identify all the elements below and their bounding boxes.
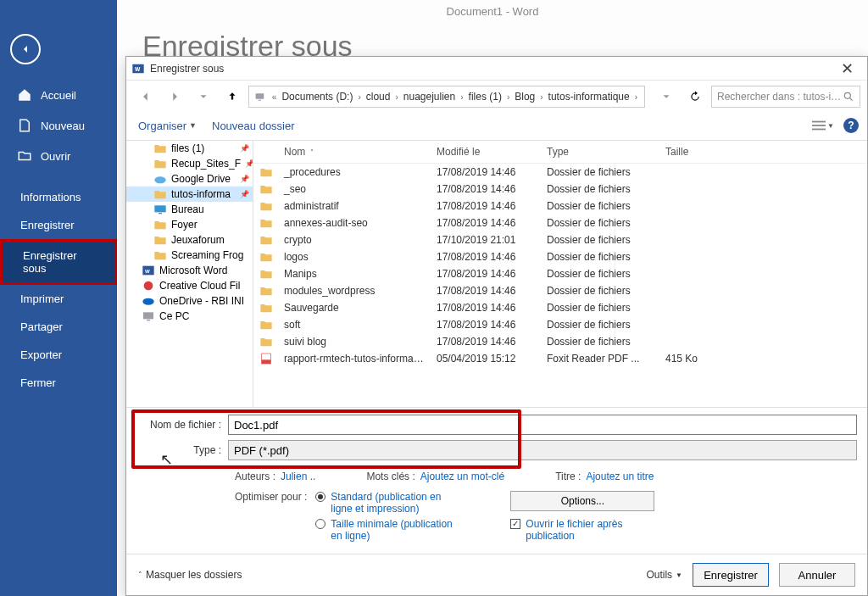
cancel-button[interactable]: Annuler	[779, 563, 855, 587]
authors-value[interactable]: Julien ..	[281, 471, 315, 482]
app-title: Document1 - Word	[142, 5, 843, 18]
svg-rect-10	[159, 213, 162, 214]
breadcrumb-item[interactable]: tutos-informatique	[547, 91, 632, 103]
file-row[interactable]: soft17/08/2019 14:46Dossier de fichiers	[253, 316, 867, 333]
sidebar-label: Accueil	[41, 89, 76, 102]
pin-icon: 📌	[240, 190, 249, 198]
pin-icon: 📌	[245, 159, 253, 168]
sidebar-item-partager[interactable]: Partager	[0, 313, 117, 341]
svg-rect-5	[812, 121, 826, 123]
radio-icon	[315, 519, 326, 529]
file-row[interactable]: Manips17/08/2019 14:46Dossier de fichier…	[253, 265, 867, 282]
file-row[interactable]: rapport-rmtech-tutos-informatique_com...…	[253, 350, 867, 367]
radio-minimal[interactable]: Taille minimale (publication en ligne)	[315, 518, 459, 542]
tree-item[interactable]: Bureau	[126, 202, 253, 217]
nav-back-button[interactable]	[133, 86, 159, 108]
breadcrumb-bar[interactable]: « Documents (D:)› cloud› nuagejulien› fi…	[248, 86, 645, 108]
refresh-button[interactable]	[682, 86, 708, 108]
breadcrumb-item[interactable]: files (1)	[467, 91, 504, 103]
file-row[interactable]: crypto17/10/2019 21:01Dossier de fichier…	[253, 231, 867, 248]
filetype-select[interactable]: PDF (*.pdf)	[228, 440, 857, 460]
svg-rect-3	[259, 100, 261, 101]
title-value[interactable]: Ajoutez un titre	[586, 471, 654, 482]
tree-item[interactable]: Google Drive📌	[126, 171, 253, 187]
tools-dropdown[interactable]: Outils▼	[646, 569, 682, 581]
svg-point-14	[142, 298, 153, 305]
breadcrumb-item[interactable]: Blog	[513, 91, 537, 103]
col-modified[interactable]: Modifié le	[431, 144, 542, 159]
sidebar-label: Nouveau	[41, 120, 85, 132]
svg-text:W: W	[135, 65, 141, 71]
svg-rect-6	[812, 125, 826, 126]
hide-folders-toggle[interactable]: ˄Masquer les dossiers	[138, 569, 242, 581]
col-size[interactable]: Taille	[660, 144, 745, 159]
tree-item[interactable]: Creative Cloud Fil	[126, 278, 253, 293]
filetype-label: Type :	[136, 444, 228, 456]
svg-rect-15	[143, 312, 153, 319]
close-button[interactable]: ✕	[832, 59, 862, 78]
checkbox-icon	[510, 519, 520, 529]
open-icon	[17, 148, 32, 164]
filename-label: Nom de fichier :	[136, 419, 228, 431]
sidebar-item-fermer[interactable]: Fermer	[0, 369, 117, 397]
radio-standard[interactable]: Standard (publication en ligne et impres…	[315, 491, 459, 515]
breadcrumb-item[interactable]: nuagejulien	[402, 91, 457, 103]
tree-item[interactable]: WMicrosoft Word	[126, 263, 253, 278]
home-icon	[17, 87, 32, 103]
view-mode-button[interactable]: ▼	[811, 116, 835, 135]
file-row[interactable]: Sauvegarde17/08/2019 14:46Dossier de fic…	[253, 299, 867, 316]
path-dropdown-button[interactable]	[654, 86, 679, 108]
svg-point-4	[844, 92, 850, 98]
sidebar-item-imprimer[interactable]: Imprimer	[0, 285, 117, 313]
breadcrumb-item[interactable]: Documents (D:)	[280, 91, 354, 103]
file-row[interactable]: suivi blog17/08/2019 14:46Dossier de fic…	[253, 333, 867, 350]
authors-label: Auteurs :	[235, 471, 275, 482]
tree-item[interactable]: Jeuxaforum	[126, 232, 253, 248]
options-button[interactable]: Options...	[510, 491, 654, 511]
tree-item[interactable]: Ce PC	[126, 309, 253, 324]
organise-button[interactable]: Organiser▼	[135, 118, 200, 134]
new-icon	[17, 118, 32, 133]
tree-item[interactable]: tutos-informa📌	[126, 187, 253, 202]
tree-item[interactable]: Screaming Frog	[126, 248, 253, 263]
search-icon	[843, 91, 854, 103]
new-folder-button[interactable]: Nouveau dossier	[209, 118, 298, 134]
svg-rect-16	[147, 320, 150, 320]
cursor-icon: ↖	[160, 450, 173, 469]
save-button[interactable]: Enregistrer	[693, 563, 769, 587]
search-input[interactable]: Rechercher dans : tutos-infor...	[711, 86, 860, 108]
pc-icon	[254, 90, 265, 103]
nav-up-button[interactable]	[220, 86, 245, 108]
tree-item[interactable]: Foyer	[126, 217, 253, 232]
help-button[interactable]: ?	[843, 118, 859, 133]
keywords-value[interactable]: Ajoutez un mot-clé	[420, 471, 504, 482]
svg-rect-7	[812, 129, 826, 131]
svg-point-8	[154, 176, 165, 183]
col-name[interactable]: Nom˄	[279, 144, 431, 159]
back-arrow[interactable]	[10, 34, 41, 64]
sidebar-item-enregistrer-sous[interactable]: Enregistrer sous	[0, 239, 117, 285]
nav-recent-button[interactable]	[191, 86, 216, 108]
sidebar-item-nouveau[interactable]: Nouveau	[0, 110, 117, 141]
sidebar-item-enregistrer[interactable]: Enregistrer	[0, 211, 117, 239]
open-after-checkbox[interactable]: Ouvrir le fichier après publication	[510, 518, 654, 542]
file-row[interactable]: logos17/08/2019 14:46Dossier de fichiers	[253, 248, 867, 265]
keywords-label: Mots clés :	[366, 471, 415, 482]
file-row[interactable]: _procedures17/08/2019 14:46Dossier de fi…	[253, 164, 867, 181]
col-type[interactable]: Type	[542, 144, 660, 159]
radio-icon	[315, 492, 326, 502]
breadcrumb-item[interactable]: cloud	[364, 91, 392, 103]
tree-item[interactable]: OneDrive - RBI INI	[126, 293, 253, 309]
sidebar-item-exporter[interactable]: Exporter	[0, 341, 117, 369]
sidebar-item-informations[interactable]: Informations	[0, 183, 117, 211]
file-row[interactable]: administratif17/08/2019 14:46Dossier de …	[253, 198, 867, 214]
file-row[interactable]: annexes-audit-seo17/08/2019 14:46Dossier…	[253, 214, 867, 231]
sidebar-item-ouvrir[interactable]: Ouvrir	[0, 141, 117, 171]
filename-input[interactable]	[228, 415, 857, 435]
file-row[interactable]: _seo17/08/2019 14:46Dossier de fichiers	[253, 181, 867, 198]
svg-text:W: W	[145, 269, 150, 274]
file-row[interactable]: modules_wordpress17/08/2019 14:46Dossier…	[253, 282, 867, 299]
tree-item[interactable]: files (1)📌	[126, 141, 253, 156]
tree-item[interactable]: Recup_Sites_F📌	[126, 156, 253, 171]
sidebar-item-accueil[interactable]: Accueil	[0, 80, 117, 110]
